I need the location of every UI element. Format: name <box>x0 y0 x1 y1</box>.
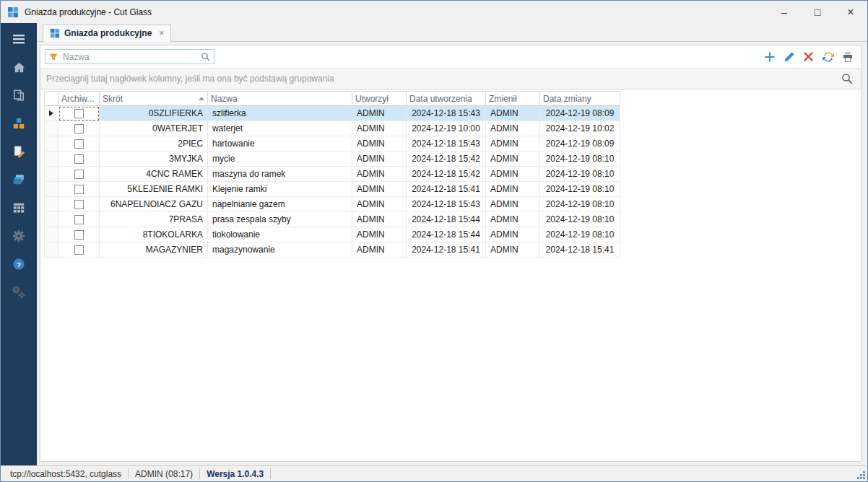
cell-zmienil[interactable]: ADMIN <box>486 227 540 242</box>
cell-skrot[interactable]: 3MYJKA <box>100 152 208 167</box>
archive-cell[interactable] <box>58 242 100 258</box>
cell-zmienil[interactable]: ADMIN <box>486 121 540 136</box>
cell-data_utworzenia[interactable]: 2024-12-18 15:43 <box>407 136 486 152</box>
table-row[interactable]: 0SZLIFIERKAszlifierkaADMIN2024-12-18 15:… <box>44 106 861 121</box>
archive-cell[interactable] <box>58 167 100 182</box>
cell-data_zmiany[interactable]: 2024-12-19 10:02 <box>540 121 620 136</box>
cell-data_zmiany[interactable]: 2024-12-19 08:09 <box>540 136 620 152</box>
cell-data_zmiany[interactable]: 2024-12-19 08:10 <box>540 152 620 167</box>
cell-nazwa[interactable]: tiokolowanie <box>208 227 352 242</box>
cell-data_zmiany[interactable]: 2024-12-19 08:10 <box>540 167 620 182</box>
column-header-utworzyl[interactable]: Utworzył <box>352 91 407 106</box>
title-bar[interactable]: Gniazda produkcyjne - Cut Glass – □ × <box>1 1 867 23</box>
cell-skrot[interactable]: 8TIOKOLARKA <box>100 227 208 242</box>
table-grid-icon[interactable] <box>12 201 26 215</box>
cell-skrot[interactable]: 0WATERJET <box>100 121 208 136</box>
cell-skrot[interactable]: 5KLEJENIE RAMKI <box>100 182 208 197</box>
gear-icon[interactable] <box>12 229 26 243</box>
cell-nazwa[interactable]: hartowanie <box>208 136 352 152</box>
cell-nazwa[interactable]: szlifierka <box>208 106 352 121</box>
cell-utworzyl[interactable]: ADMIN <box>352 227 407 242</box>
row-indicator-cell[interactable] <box>44 106 58 121</box>
row-indicator-cell[interactable] <box>44 197 58 212</box>
table-row[interactable]: 2PIEChartowanieADMIN2024-12-18 15:43ADMI… <box>44 136 861 152</box>
column-header-data_zmiany[interactable]: Data zmiany <box>540 91 620 106</box>
cell-zmienil[interactable]: ADMIN <box>486 242 540 258</box>
row-indicator-cell[interactable] <box>44 212 58 227</box>
cell-utworzyl[interactable]: ADMIN <box>352 242 407 258</box>
help-icon[interactable]: ? <box>12 257 26 271</box>
cell-data_utworzenia[interactable]: 2024-12-18 15:43 <box>407 106 486 121</box>
resize-grip[interactable] <box>856 470 865 479</box>
cell-data_utworzenia[interactable]: 2024-12-18 15:41 <box>407 182 486 197</box>
cell-utworzyl[interactable]: ADMIN <box>352 121 407 136</box>
print-button[interactable] <box>841 51 854 63</box>
delete-button[interactable] <box>802 51 815 63</box>
column-header-archiwalne[interactable]: Archiw... <box>58 91 100 106</box>
cell-utworzyl[interactable]: ADMIN <box>352 136 407 152</box>
home-icon[interactable] <box>12 60 26 74</box>
archive-checkbox[interactable] <box>74 200 84 209</box>
archive-cell[interactable] <box>58 106 100 121</box>
row-indicator-cell[interactable] <box>44 167 58 182</box>
cell-zmienil[interactable]: ADMIN <box>486 152 540 167</box>
archive-checkbox[interactable] <box>74 170 84 179</box>
add-button[interactable] <box>763 51 776 63</box>
cell-utworzyl[interactable]: ADMIN <box>352 212 407 227</box>
cell-data_utworzenia[interactable]: 2024-12-18 15:41 <box>407 242 486 258</box>
cell-zmienil[interactable]: ADMIN <box>486 197 540 212</box>
cell-data_zmiany[interactable]: 2024-12-19 08:10 <box>540 212 620 227</box>
row-indicator-cell[interactable] <box>44 136 58 152</box>
filter-input[interactable] <box>61 51 197 63</box>
cell-skrot[interactable]: 0SZLIFIERKA <box>100 106 208 121</box>
cell-utworzyl[interactable]: ADMIN <box>352 152 407 167</box>
cell-zmienil[interactable]: ADMIN <box>486 106 540 121</box>
table-row[interactable]: MAGAZYNIERmagazynowanieADMIN2024-12-18 1… <box>44 242 861 258</box>
column-header-nazwa[interactable]: Nazwa <box>208 91 352 106</box>
archive-checkbox[interactable] <box>74 185 84 194</box>
table-row[interactable]: 0WATERJETwaterjetADMIN2024-12-19 10:00AD… <box>44 121 861 136</box>
archive-cell[interactable] <box>58 136 100 152</box>
archive-checkbox[interactable] <box>74 245 84 255</box>
archive-cell[interactable] <box>58 197 100 212</box>
row-indicator-cell[interactable] <box>44 242 58 258</box>
production-boxes-icon[interactable] <box>12 116 26 131</box>
grid-search-icon[interactable] <box>841 72 854 85</box>
archive-cell[interactable] <box>58 152 100 167</box>
hamburger-menu-icon[interactable] <box>12 32 26 46</box>
archive-checkbox[interactable] <box>74 154 84 164</box>
cell-nazwa[interactable]: magazynowanie <box>208 242 352 258</box>
cell-zmienil[interactable]: ADMIN <box>486 136 540 152</box>
tab-close-icon[interactable]: × <box>159 29 164 38</box>
cell-data_zmiany[interactable]: 2024-12-19 08:10 <box>540 197 620 212</box>
table-row[interactable]: 5KLEJENIE RAMKIKlejenie ramkiADMIN2024-1… <box>44 182 861 197</box>
row-indicator-cell[interactable] <box>44 182 58 197</box>
archive-checkbox[interactable] <box>74 139 84 149</box>
table-row[interactable]: 4CNC RAMEKmaszyna do ramekADMIN2024-12-1… <box>44 167 861 182</box>
archive-checkbox[interactable] <box>74 230 84 240</box>
group-by-panel[interactable]: Przeciągnij tutaj nagłówek kolumny, jeśl… <box>40 68 861 89</box>
tab-gniazda-produkcyjne[interactable]: Gniazda produkcyjne × <box>43 25 171 42</box>
document-edit-icon[interactable] <box>12 144 26 159</box>
table-row[interactable]: 8TIOKOLARKAtiokolowanieADMIN2024-12-18 1… <box>44 227 861 242</box>
table-row[interactable]: 6NAPELNOIACZ GAZUnapelnianie gazemADMIN2… <box>44 197 861 212</box>
maximize-button[interactable]: □ <box>801 1 834 23</box>
close-button[interactable]: × <box>834 1 867 23</box>
cell-data_utworzenia[interactable]: 2024-12-18 15:42 <box>407 167 486 182</box>
cell-zmienil[interactable]: ADMIN <box>486 182 540 197</box>
cell-data_utworzenia[interactable]: 2024-12-18 15:44 <box>407 212 486 227</box>
layers-icon[interactable] <box>12 172 26 187</box>
column-header-skrot[interactable]: Skrót <box>100 91 208 106</box>
archive-cell[interactable] <box>58 212 100 227</box>
archive-cell[interactable] <box>58 121 100 136</box>
cell-skrot[interactable]: 4CNC RAMEK <box>100 167 208 182</box>
cell-nazwa[interactable]: maszyna do ramek <box>208 167 352 182</box>
cell-data_utworzenia[interactable]: 2024-12-18 15:42 <box>407 152 486 167</box>
cell-utworzyl[interactable]: ADMIN <box>352 167 407 182</box>
pages-icon[interactable] <box>12 88 26 102</box>
cell-utworzyl[interactable]: ADMIN <box>352 197 407 212</box>
cell-zmienil[interactable]: ADMIN <box>486 167 540 182</box>
cell-nazwa[interactable]: Klejenie ramki <box>208 182 352 197</box>
cell-nazwa[interactable]: prasa zespala szyby <box>208 212 352 227</box>
cell-skrot[interactable]: 7PRASA <box>100 212 208 227</box>
